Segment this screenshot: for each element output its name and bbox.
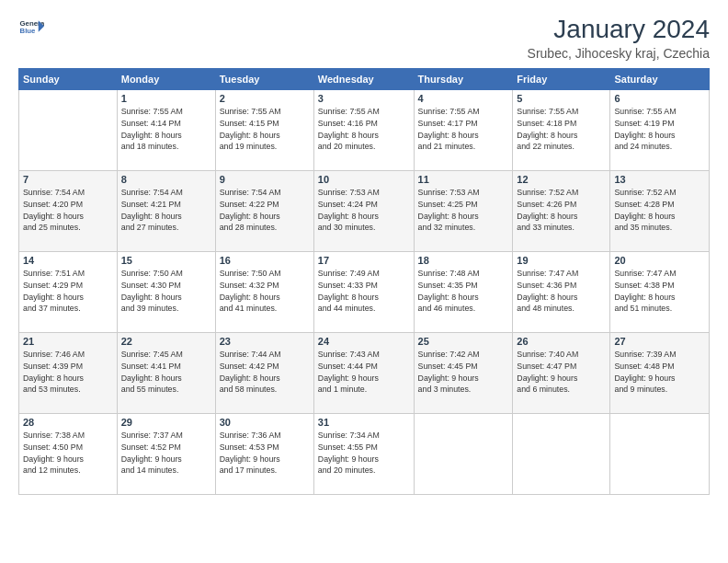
day-info: Sunrise: 7:38 AM Sunset: 4:50 PM Dayligh… xyxy=(23,430,113,477)
day-number: 13 xyxy=(614,174,705,185)
calendar-cell: 5Sunrise: 7:55 AM Sunset: 4:18 PM Daylig… xyxy=(513,90,610,171)
svg-text:Blue: Blue xyxy=(20,27,37,35)
day-number: 18 xyxy=(418,255,509,266)
day-info: Sunrise: 7:54 AM Sunset: 4:22 PM Dayligh… xyxy=(220,187,310,234)
day-number: 14 xyxy=(23,255,113,266)
day-info: Sunrise: 7:40 AM Sunset: 4:47 PM Dayligh… xyxy=(517,349,606,396)
calendar-cell: 15Sunrise: 7:50 AM Sunset: 4:30 PM Dayli… xyxy=(117,252,215,333)
page: General Blue January 2024 Srubec, Jihoce… xyxy=(0,0,728,563)
day-number: 26 xyxy=(517,336,606,347)
day-number: 5 xyxy=(517,93,606,104)
day-info: Sunrise: 7:50 AM Sunset: 4:32 PM Dayligh… xyxy=(220,268,310,315)
logo: General Blue xyxy=(18,15,44,40)
day-info: Sunrise: 7:51 AM Sunset: 4:29 PM Dayligh… xyxy=(23,268,113,315)
calendar-cell: 4Sunrise: 7:55 AM Sunset: 4:17 PM Daylig… xyxy=(414,90,513,171)
day-number: 8 xyxy=(121,174,211,185)
day-info: Sunrise: 7:55 AM Sunset: 4:15 PM Dayligh… xyxy=(220,106,310,153)
day-number: 22 xyxy=(121,336,211,347)
week-row-5: 28Sunrise: 7:38 AM Sunset: 4:50 PM Dayli… xyxy=(19,414,710,495)
calendar-cell: 30Sunrise: 7:36 AM Sunset: 4:53 PM Dayli… xyxy=(215,414,313,495)
day-info: Sunrise: 7:55 AM Sunset: 4:17 PM Dayligh… xyxy=(418,106,509,153)
header-day-wednesday: Wednesday xyxy=(313,69,414,90)
week-row-1: 1Sunrise: 7:55 AM Sunset: 4:14 PM Daylig… xyxy=(19,90,710,171)
day-info: Sunrise: 7:52 AM Sunset: 4:28 PM Dayligh… xyxy=(614,187,705,234)
calendar-cell: 26Sunrise: 7:40 AM Sunset: 4:47 PM Dayli… xyxy=(513,333,610,414)
week-row-4: 21Sunrise: 7:46 AM Sunset: 4:39 PM Dayli… xyxy=(19,333,710,414)
calendar-cell: 27Sunrise: 7:39 AM Sunset: 4:48 PM Dayli… xyxy=(610,333,710,414)
header-day-friday: Friday xyxy=(513,69,610,90)
day-info: Sunrise: 7:47 AM Sunset: 4:38 PM Dayligh… xyxy=(614,268,705,315)
day-number: 9 xyxy=(220,174,310,185)
calendar-cell: 28Sunrise: 7:38 AM Sunset: 4:50 PM Dayli… xyxy=(19,414,118,495)
day-info: Sunrise: 7:36 AM Sunset: 4:53 PM Dayligh… xyxy=(220,430,310,477)
calendar-cell: 9Sunrise: 7:54 AM Sunset: 4:22 PM Daylig… xyxy=(215,171,313,252)
day-info: Sunrise: 7:54 AM Sunset: 4:21 PM Dayligh… xyxy=(121,187,211,234)
calendar-cell: 8Sunrise: 7:54 AM Sunset: 4:21 PM Daylig… xyxy=(117,171,215,252)
logo-icon: General Blue xyxy=(18,15,44,40)
day-info: Sunrise: 7:55 AM Sunset: 4:16 PM Dayligh… xyxy=(318,106,410,153)
day-number: 23 xyxy=(220,336,310,347)
day-number: 31 xyxy=(318,417,410,428)
day-number: 20 xyxy=(614,255,705,266)
calendar-cell: 31Sunrise: 7:34 AM Sunset: 4:55 PM Dayli… xyxy=(313,414,414,495)
calendar-table: SundayMondayTuesdayWednesdayThursdayFrid… xyxy=(18,68,710,495)
day-info: Sunrise: 7:34 AM Sunset: 4:55 PM Dayligh… xyxy=(318,430,410,477)
calendar-cell: 14Sunrise: 7:51 AM Sunset: 4:29 PM Dayli… xyxy=(19,252,118,333)
calendar-cell: 23Sunrise: 7:44 AM Sunset: 4:42 PM Dayli… xyxy=(215,333,313,414)
calendar-cell xyxy=(513,414,610,495)
day-number: 17 xyxy=(318,255,410,266)
day-info: Sunrise: 7:53 AM Sunset: 4:24 PM Dayligh… xyxy=(318,187,410,234)
calendar-cell: 18Sunrise: 7:48 AM Sunset: 4:35 PM Dayli… xyxy=(414,252,513,333)
calendar-cell: 29Sunrise: 7:37 AM Sunset: 4:52 PM Dayli… xyxy=(117,414,215,495)
header-day-saturday: Saturday xyxy=(610,69,710,90)
day-info: Sunrise: 7:52 AM Sunset: 4:26 PM Dayligh… xyxy=(517,187,606,234)
day-number: 10 xyxy=(318,174,410,185)
calendar-cell: 13Sunrise: 7:52 AM Sunset: 4:28 PM Dayli… xyxy=(610,171,710,252)
day-info: Sunrise: 7:47 AM Sunset: 4:36 PM Dayligh… xyxy=(517,268,606,315)
header-day-tuesday: Tuesday xyxy=(215,69,313,90)
day-number: 21 xyxy=(23,336,113,347)
calendar-cell: 22Sunrise: 7:45 AM Sunset: 4:41 PM Dayli… xyxy=(117,333,215,414)
day-number: 2 xyxy=(220,93,310,104)
main-title: January 2024 xyxy=(528,15,710,44)
calendar-cell: 3Sunrise: 7:55 AM Sunset: 4:16 PM Daylig… xyxy=(313,90,414,171)
week-row-3: 14Sunrise: 7:51 AM Sunset: 4:29 PM Dayli… xyxy=(19,252,710,333)
day-number: 15 xyxy=(121,255,211,266)
day-number: 1 xyxy=(121,93,211,104)
day-info: Sunrise: 7:42 AM Sunset: 4:45 PM Dayligh… xyxy=(418,349,509,396)
day-number: 3 xyxy=(318,93,410,104)
header-day-sunday: Sunday xyxy=(19,69,118,90)
day-number: 24 xyxy=(318,336,410,347)
day-number: 28 xyxy=(23,417,113,428)
day-number: 6 xyxy=(614,93,705,104)
calendar-cell: 19Sunrise: 7:47 AM Sunset: 4:36 PM Dayli… xyxy=(513,252,610,333)
calendar-cell: 7Sunrise: 7:54 AM Sunset: 4:20 PM Daylig… xyxy=(19,171,118,252)
day-info: Sunrise: 7:37 AM Sunset: 4:52 PM Dayligh… xyxy=(121,430,211,477)
calendar-cell xyxy=(414,414,513,495)
day-info: Sunrise: 7:53 AM Sunset: 4:25 PM Dayligh… xyxy=(418,187,509,234)
day-info: Sunrise: 7:43 AM Sunset: 4:44 PM Dayligh… xyxy=(318,349,410,396)
day-number: 29 xyxy=(121,417,211,428)
day-info: Sunrise: 7:44 AM Sunset: 4:42 PM Dayligh… xyxy=(220,349,310,396)
header-day-thursday: Thursday xyxy=(414,69,513,90)
calendar-cell: 20Sunrise: 7:47 AM Sunset: 4:38 PM Dayli… xyxy=(610,252,710,333)
day-info: Sunrise: 7:39 AM Sunset: 4:48 PM Dayligh… xyxy=(614,349,705,396)
calendar-cell: 12Sunrise: 7:52 AM Sunset: 4:26 PM Dayli… xyxy=(513,171,610,252)
day-info: Sunrise: 7:49 AM Sunset: 4:33 PM Dayligh… xyxy=(318,268,410,315)
day-info: Sunrise: 7:45 AM Sunset: 4:41 PM Dayligh… xyxy=(121,349,211,396)
day-info: Sunrise: 7:50 AM Sunset: 4:30 PM Dayligh… xyxy=(121,268,211,315)
day-number: 4 xyxy=(418,93,509,104)
calendar-body: 1Sunrise: 7:55 AM Sunset: 4:14 PM Daylig… xyxy=(19,90,710,495)
day-info: Sunrise: 7:48 AM Sunset: 4:35 PM Dayligh… xyxy=(418,268,509,315)
day-number: 16 xyxy=(220,255,310,266)
day-info: Sunrise: 7:55 AM Sunset: 4:18 PM Dayligh… xyxy=(517,106,606,153)
calendar-cell: 21Sunrise: 7:46 AM Sunset: 4:39 PM Dayli… xyxy=(19,333,118,414)
calendar-cell: 16Sunrise: 7:50 AM Sunset: 4:32 PM Dayli… xyxy=(215,252,313,333)
calendar-cell: 2Sunrise: 7:55 AM Sunset: 4:15 PM Daylig… xyxy=(215,90,313,171)
day-number: 19 xyxy=(517,255,606,266)
day-number: 7 xyxy=(23,174,113,185)
title-block: January 2024 Srubec, Jihocesky kraj, Cze… xyxy=(528,15,710,61)
calendar-cell xyxy=(610,414,710,495)
subtitle: Srubec, Jihocesky kraj, Czechia xyxy=(528,46,710,61)
day-number: 11 xyxy=(418,174,509,185)
